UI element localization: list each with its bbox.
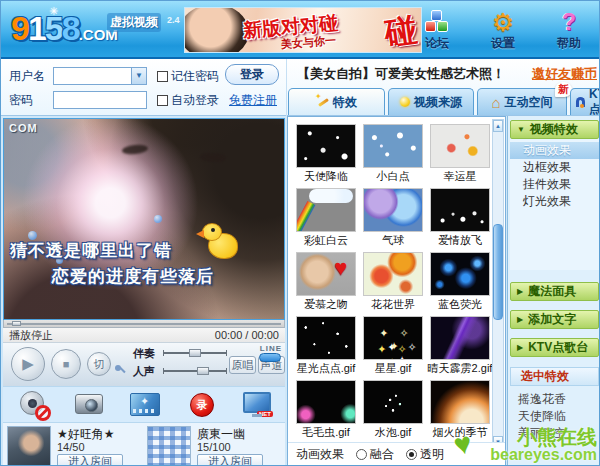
remember-label: 记住密码 [171, 68, 219, 85]
effect-thumbnail [296, 188, 356, 232]
selected-effect-item[interactable]: 天使降临 [508, 408, 600, 425]
scrollbar-thumb[interactable] [493, 224, 503, 320]
section-video-effects[interactable]: ▼视频特效 [510, 120, 599, 139]
effect-item[interactable]: 晴天霹雳2.gif [427, 316, 493, 380]
grid-scrollbar[interactable]: ▲ ▼ [492, 119, 504, 449]
effect-item[interactable]: 星星.gif [360, 316, 426, 380]
line-in-toggle[interactable] [259, 353, 281, 362]
enter-room-button[interactable]: 进入房间 [197, 454, 263, 466]
video-album-button[interactable] [129, 389, 163, 421]
combo-dropdown-icon[interactable]: ▼ [131, 68, 146, 84]
tab-label: 互动空间 [505, 94, 553, 111]
effect-item[interactable]: 小白点 [360, 124, 426, 188]
vocal-slider[interactable] [163, 366, 227, 376]
effect-mode-label: 动画效果 [296, 446, 344, 463]
switch-button[interactable]: 切 [87, 352, 111, 376]
effect-item[interactable]: 花花世界 [360, 252, 426, 316]
effect-item[interactable]: 星光点点.gif [293, 316, 359, 380]
network-monitor-button[interactable] [241, 389, 275, 421]
logo-digit: 1 [28, 9, 45, 47]
effect-item[interactable]: 烟火的季节 [427, 380, 493, 442]
autologin-checkbox[interactable]: 自动登录 [157, 92, 219, 109]
effect-item[interactable]: 爱慕之吻 [293, 252, 359, 316]
banner-model-photo [184, 7, 249, 53]
forum-button[interactable]: 论坛 [415, 9, 459, 52]
section-ktv-station[interactable]: ▶KTV点歌台 [510, 338, 599, 357]
camera-icon [75, 394, 103, 414]
seek-bar[interactable] [3, 320, 285, 328]
password-label: 密码 [9, 92, 53, 109]
record-button[interactable]: 录 [185, 389, 219, 421]
seek-thumb[interactable] [12, 321, 21, 326]
lyric-line-2: 恋爱的进度有些落后 [52, 265, 214, 288]
record-icon: 录 [190, 393, 214, 417]
blend-radio[interactable]: 融合 [356, 446, 394, 463]
effect-item[interactable]: 天使降临 [293, 124, 359, 188]
selected-effect-item[interactable]: 摇逸花香 [508, 391, 600, 408]
effects-panel: 天使降临 小白点 幸运星 彩虹白云 气球 爱情放飞 爱慕之吻 花花世界 蓝色荧光… [287, 116, 506, 466]
sidebar-item-pendant-effects[interactable]: 挂件效果 [510, 176, 599, 193]
slider-thumb[interactable] [197, 367, 209, 375]
effect-item[interactable]: 毛毛虫.gif [293, 380, 359, 442]
username-combo[interactable]: ▼ [53, 67, 147, 85]
effect-item[interactable]: 水泡.gif [360, 380, 426, 442]
video-face-detail [200, 152, 227, 163]
effect-item[interactable]: 爱情放飞 [427, 188, 493, 252]
effect-label: 天使降临 [293, 170, 359, 183]
slider-thumb[interactable] [189, 349, 201, 357]
selected-effects-list: 摇逸花香 天使降临 美丽星空 [508, 391, 600, 442]
play-button[interactable]: ▶ [11, 347, 45, 381]
logo-9158[interactable]: ✳ 9158.COM 虚拟视频 2.4 [11, 9, 181, 53]
logo-tagline: 虚拟视频 [107, 13, 161, 32]
login-button[interactable]: 登录 [225, 64, 279, 85]
register-link[interactable]: 免费注册 [229, 92, 277, 109]
playback-status: 播放停止 [9, 328, 53, 343]
disable-webcam-button[interactable] [17, 389, 51, 421]
video-preview[interactable]: COM 猜不透是哪里出了错 恋爱的进度有些落后 [3, 118, 285, 320]
effect-thumbnail [296, 252, 356, 296]
password-field[interactable] [53, 91, 147, 109]
remember-password-checkbox[interactable]: 记住密码 [157, 68, 219, 85]
section-add-text[interactable]: ▶添加文字 [510, 310, 599, 329]
gear-icon: ⚙ [481, 9, 525, 35]
sidebar-item-border-effects[interactable]: 边框效果 [510, 159, 599, 176]
selected-effect-item[interactable]: 美丽星空 [508, 425, 600, 442]
sidebar-item-animation-effects[interactable]: 动画效果 [510, 142, 599, 159]
logo-version: 2.4 [167, 15, 180, 25]
effect-mode-bar: 动画效果 融合 透明 [288, 442, 505, 466]
invite-earn-link[interactable]: 邀好友赚币 [532, 65, 597, 83]
tab-interactive-space[interactable]: ⌂互动空间新 [477, 88, 567, 115]
original-vocal-button[interactable]: 原唱 [229, 356, 256, 374]
headphones-icon [576, 97, 585, 107]
room-card[interactable]: 廣東一幽 15/100 进入房间 [145, 424, 284, 466]
ad-banner[interactable]: 新版对对碰 美女与你一 碰 [184, 7, 422, 53]
effects-grid: 天使降临 小白点 幸运星 彩虹白云 气球 爱情放飞 爱慕之吻 花花世界 蓝色荧光… [290, 119, 494, 442]
selected-effects-label: 选中特效 [521, 368, 569, 385]
help-button[interactable]: ? 帮助 [547, 9, 591, 52]
effect-item[interactable]: 气球 [360, 188, 426, 252]
effect-item[interactable]: 幸运星 [427, 124, 493, 188]
enter-room-button[interactable]: 进入房间 [57, 454, 123, 466]
scroll-up-icon[interactable]: ▲ [493, 120, 503, 132]
effect-thumbnail [430, 316, 490, 360]
section-magic-mask[interactable]: ▶魔法面具 [510, 282, 599, 301]
forum-label: 论坛 [415, 35, 459, 52]
accompaniment-slider[interactable] [163, 348, 227, 358]
settings-button[interactable]: ⚙ 设置 [481, 9, 525, 52]
effect-item[interactable]: 蓝色荧光 [427, 252, 493, 316]
no-sign-icon [35, 405, 51, 421]
effect-label: 爱慕之吻 [293, 298, 359, 311]
room-card[interactable]: ★好旺角★ 14/50 进入房间 [5, 424, 144, 466]
effect-item[interactable]: 彩虹白云 [293, 188, 359, 252]
video-watermark: COM [9, 122, 38, 134]
tab-effects[interactable]: 特效 [288, 88, 385, 115]
effect-thumbnail [296, 124, 356, 168]
stop-button[interactable]: ■ [51, 349, 81, 379]
snapshot-button[interactable] [73, 389, 107, 421]
tab-ktv[interactable]: KTV点歌 [570, 88, 600, 115]
help-label: 帮助 [547, 35, 591, 52]
tab-video-source[interactable]: 视频来源 [388, 88, 474, 115]
sidebar-item-light-effects[interactable]: 灯光效果 [510, 193, 599, 210]
transparent-radio[interactable]: 透明 [406, 446, 444, 463]
banner-subtitle: 美女与你一 [281, 33, 337, 52]
